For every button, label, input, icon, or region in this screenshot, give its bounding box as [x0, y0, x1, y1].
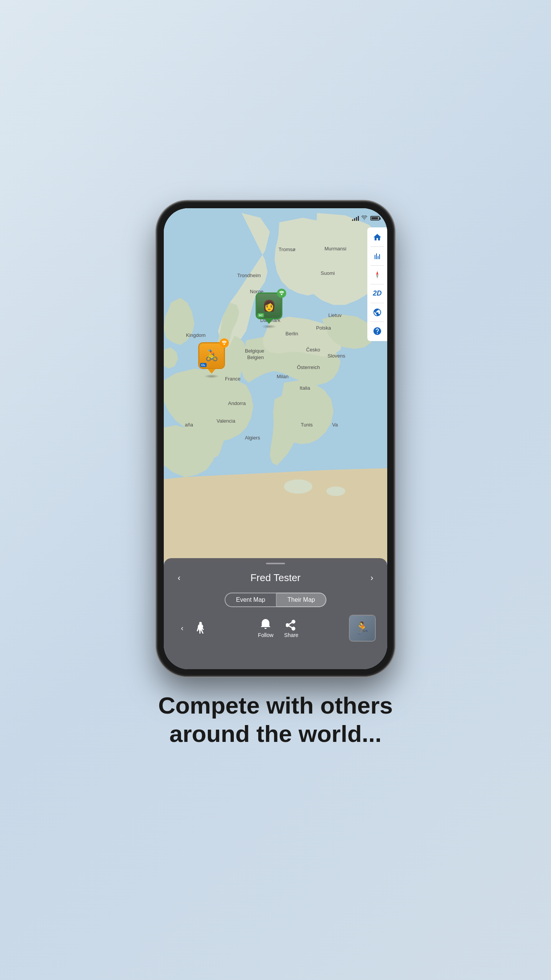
follow-button[interactable]: Follow [258, 618, 273, 638]
help-button[interactable] [369, 323, 386, 340]
bell-icon [259, 618, 272, 630]
compass-button[interactable] [369, 266, 386, 283]
follow-label: Follow [258, 632, 273, 638]
caption-text: Compete with others around the world... [158, 691, 393, 748]
tab-row: Event Map Their Map [171, 593, 380, 607]
their-map-tab[interactable]: Their Map [276, 593, 326, 607]
next-user-button[interactable]: › [364, 570, 380, 586]
svg-point-5 [223, 343, 225, 345]
green-pin-badge: SC [258, 313, 264, 317]
user-avatar-photo: 🏃 [350, 616, 375, 641]
event-map-tab[interactable]: Event Map [225, 593, 276, 607]
right-toolbar: 2D [367, 227, 387, 341]
caption-line2: around the world... [170, 720, 382, 747]
share-icon [285, 618, 297, 630]
action-center: Follow Share [258, 618, 298, 638]
green-pin-signal [277, 289, 286, 298]
map-area[interactable]: Tromsø Murmansi Trondheim Suomi Norge Da… [164, 208, 387, 562]
battery-icon [370, 216, 380, 220]
prev-user-button[interactable]: ‹ [171, 570, 187, 586]
yellow-pin-signal [220, 338, 229, 348]
svg-point-6 [281, 294, 282, 295]
action-row: ‹ [171, 615, 380, 642]
home-button[interactable] [369, 229, 386, 246]
user-photo-thumbnail[interactable]: 🏃 [349, 615, 376, 642]
back-arrow-button[interactable]: ‹ [175, 621, 189, 635]
status-bar [164, 208, 387, 225]
phone-frame: Tromsø Murmansi Trondheim Suomi Norge Da… [157, 201, 394, 676]
globe-button[interactable] [369, 304, 386, 321]
mode-2d-button[interactable]: 2D [369, 285, 386, 302]
yellow-pin-badge: CL [200, 363, 207, 367]
caption-area: Compete with others around the world... [120, 691, 431, 748]
svg-point-2 [326, 486, 345, 496]
panel-handle [266, 563, 285, 564]
runner-icon [194, 621, 207, 635]
status-icons [352, 215, 380, 221]
user-name: Fred Tester [250, 572, 300, 584]
bottom-panel: ‹ Fred Tester › Event Map Their Map ‹ [164, 558, 387, 669]
mode-2d-label: 2D [373, 289, 381, 297]
wifi-icon [361, 215, 367, 221]
phone-screen: Tromsø Murmansi Trondheim Suomi Norge Da… [164, 208, 387, 669]
share-button[interactable]: Share [284, 618, 298, 638]
user-nav: ‹ Fred Tester › [171, 570, 380, 586]
stats-button[interactable] [369, 248, 386, 265]
share-label: Share [284, 632, 298, 638]
signal-icon [352, 216, 359, 221]
svg-point-1 [284, 479, 312, 493]
green-pin[interactable]: 👩 SC [256, 292, 282, 328]
action-left: ‹ [175, 621, 207, 635]
caption-line1: Compete with others [158, 692, 393, 719]
yellow-pin[interactable]: 🚴 CL [198, 342, 225, 378]
svg-marker-3 [376, 271, 378, 275]
svg-marker-4 [376, 275, 378, 279]
phone-wrapper: Tromsø Murmansi Trondheim Suomi Norge Da… [157, 201, 394, 676]
